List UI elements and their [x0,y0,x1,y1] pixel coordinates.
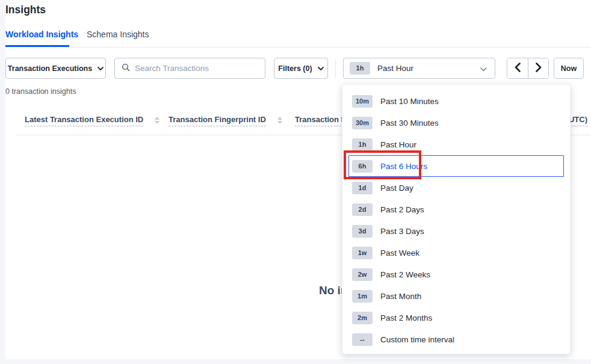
time-option-badge: 1d [352,182,373,194]
next-time-button[interactable] [528,58,548,78]
time-option-custom-time-interval[interactable]: -- Custom time interval [348,329,564,350]
time-option-label: Past 2 Months [380,313,432,322]
time-option-past-2-days[interactable]: 2d Past 2 Days [348,199,564,220]
insights-page: Insights Workload Insights Schema Insigh… [0,0,591,364]
time-option-past-week[interactable]: 1w Past Week [348,242,564,264]
time-option-past-2-weeks[interactable]: 2w Past 2 Weeks [348,264,564,285]
tab-schema-label: Schema Insights [87,29,149,39]
tab-schema-insights[interactable]: Schema Insights [87,29,149,39]
time-option-label: Past 30 Minutes [380,119,439,128]
time-range-badge: 1h [350,62,370,75]
time-option-past-3-days[interactable]: 3d Past 3 Days [348,220,564,242]
page-title: Insights [5,4,46,16]
time-range-dropdown-menu: 10m Past 10 Minutes 30m Past 30 Minutes … [342,84,571,354]
time-option-label: Past 10 Minutes [380,97,439,106]
tab-workload-label: Workload Insights [5,29,78,39]
chevron-down-icon [318,67,324,70]
time-range-select[interactable]: 1h Past Hour [343,58,495,79]
time-option-badge: 30m [352,117,373,129]
time-option-badge: 2d [352,203,373,216]
time-option-label: Past Hour [380,140,416,149]
time-option-past-month[interactable]: 1m Past Month [348,285,564,307]
view-select-button[interactable]: Transaction Executions [5,58,106,79]
time-option-badge: 1h [352,138,373,151]
time-option-badge: 10m [352,95,373,108]
time-option-label: Past 2 Days [380,205,424,214]
column-header-transaction-fingerprint-id[interactable]: Transaction Fingerprint ID [169,115,282,126]
chevron-down-icon [480,63,487,74]
chevron-down-icon [97,67,104,70]
time-option-badge: -- [352,333,373,346]
time-option-badge: 1m [352,290,373,303]
column-header-latest-transaction-execution-id[interactable]: Latest Transaction Execution ID [25,115,159,126]
time-nav-arrows [507,58,549,79]
time-range-label: Past Hour [377,64,413,73]
view-select-label: Transaction Executions [8,64,92,73]
time-option-badge: 2w [352,268,373,281]
time-option-past-day[interactable]: 1d Past Day [348,177,564,199]
time-option-past-2-months[interactable]: 2m Past 2 Months [348,307,564,329]
chevron-right-icon [536,63,542,75]
search-input[interactable] [135,64,258,73]
toolbar-divider [335,59,336,78]
search-box [114,58,265,79]
tab-bar-divider [5,47,591,48]
column-label: UTC) [569,115,587,126]
time-option-label: Past Week [380,248,419,258]
time-option-label: Past 3 Days [380,227,424,236]
time-option-label: Custom time interval [380,335,454,344]
now-button[interactable]: Now [554,58,584,79]
time-option-badge: 1w [352,247,373,259]
annotation-highlight-box [344,150,421,179]
time-option-badge: 2m [352,312,373,324]
search-icon [122,63,130,74]
time-option-label: Past 2 Weeks [380,270,430,279]
now-label: Now [561,64,577,73]
sort-icon[interactable] [277,117,282,124]
previous-time-button[interactable] [507,58,528,78]
time-option-past-30-minutes[interactable]: 30m Past 30 Minutes [348,112,564,134]
tab-workload-insights[interactable]: Workload Insights [5,29,78,39]
filters-label: Filters (0) [278,64,312,73]
insights-count: 0 transaction insights [5,87,76,96]
time-option-label: Past Month [380,292,421,301]
tab-bar: Workload Insights Schema Insights [5,28,591,48]
filters-button[interactable]: Filters (0) [274,58,328,79]
time-option-label: Past Day [380,184,413,193]
time-option-past-10-minutes[interactable]: 10m Past 10 Minutes [348,90,564,112]
column-label: Latest Transaction Execution ID [25,115,143,126]
column-label: Transaction Fingerprint ID [169,115,266,126]
chevron-left-icon [515,63,521,75]
column-header-start-time-utc[interactable]: UTC) [569,115,587,126]
time-option-badge: 3d [352,225,373,238]
sort-icon[interactable] [155,117,159,124]
